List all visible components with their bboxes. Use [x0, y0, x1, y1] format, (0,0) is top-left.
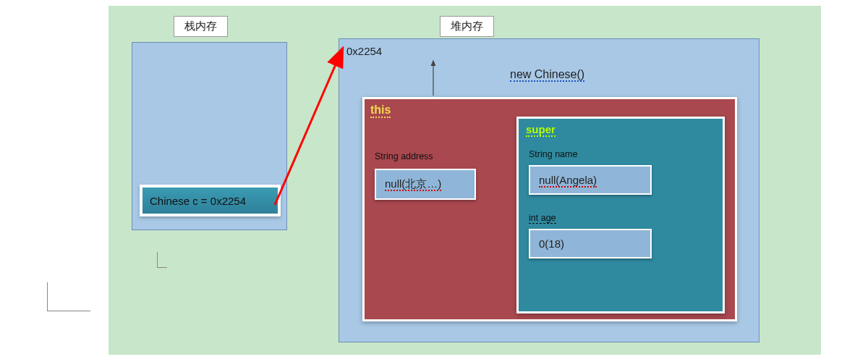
- heap-memory-box: 0x2254 new Chinese() this String address…: [339, 38, 760, 342]
- diagram-canvas: 栈内存 堆内存 Chinese c = 0x2254 0x2254 new Ch…: [109, 6, 821, 355]
- field-address-label: String address: [375, 151, 433, 161]
- this-keyword: this: [370, 104, 391, 118]
- corner-mark-icon: [47, 282, 90, 311]
- field-address-value: null(北京…): [375, 169, 476, 200]
- constructor-call-text: new Chinese(): [510, 68, 584, 82]
- stack-title: 栈内存: [174, 16, 228, 37]
- field-age-label: int age: [529, 213, 556, 224]
- super-keyword: super: [526, 123, 556, 137]
- stack-variable-text: Chinese c = 0x2254: [150, 195, 246, 207]
- super-object-box: super String name null(Angela) int age 0…: [516, 117, 725, 313]
- heap-title: 堆内存: [440, 16, 494, 37]
- stack-variable: Chinese c = 0x2254: [140, 185, 281, 216]
- constructor-call: new Chinese(): [510, 68, 584, 81]
- stack-memory-box: Chinese c = 0x2254: [132, 42, 287, 230]
- field-age-value: 0(18): [529, 229, 652, 258]
- heap-address: 0x2254: [346, 45, 382, 57]
- this-object-box: this String address null(北京…) super Stri…: [362, 97, 737, 321]
- corner-mark-icon-2: [157, 252, 167, 268]
- field-name-value: null(Angela): [529, 165, 652, 195]
- field-name-label: String name: [529, 149, 577, 159]
